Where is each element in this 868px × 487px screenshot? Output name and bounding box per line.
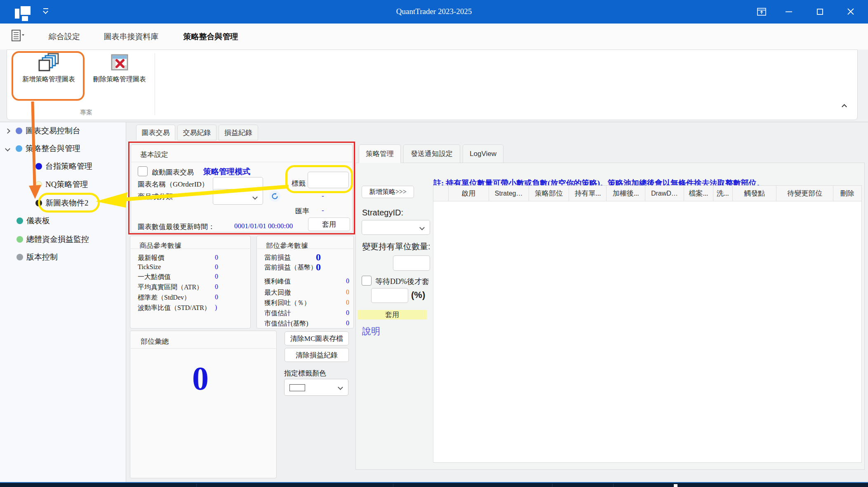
col-header[interactable] (433, 186, 449, 201)
status-dot-icon (35, 181, 42, 188)
rate-dash-value: - (322, 206, 324, 215)
clear-mc-chart-save-button[interactable]: 清除MC圖表存檔 (285, 331, 349, 345)
ref-value: 0 (346, 309, 349, 317)
col-header-delete[interactable]: 刪除 (833, 186, 861, 201)
delete-strategy-chart-button[interactable]: 刪除策略管理圖表 (85, 53, 154, 99)
app-window: QuantTrader 2023-2025 綜合設定 圖表串接資料庫 策略整合與… (0, 0, 868, 487)
menu-icon[interactable] (11, 29, 26, 43)
refresh-icon[interactable] (269, 191, 280, 202)
taskbar-indicator (674, 484, 677, 487)
col-header-enable[interactable]: 啟用 (449, 186, 489, 201)
sidebar-item-taiex-strategy[interactable]: 台指策略管理 (0, 159, 126, 173)
sidebar-item-label: 版本控制 (26, 252, 58, 262)
collapse-ribbon-icon[interactable] (839, 103, 852, 113)
wait-dd-checkbox[interactable] (362, 276, 372, 286)
tab-send-notification-settings[interactable]: 發送通知設定 (403, 144, 460, 163)
dd-percent-input[interactable] (371, 288, 408, 303)
enable-chart-trading-checkbox[interactable] (138, 166, 148, 176)
add-strategy-chart-button[interactable]: 新增策略管理圖表 (14, 53, 83, 99)
help-link[interactable]: 說明 (362, 325, 380, 338)
tab-logview[interactable]: LogView (463, 144, 503, 163)
change-units-label: 變更持有單位數量: (362, 241, 430, 252)
chart-name-label: 圖表名稱（GOrderID） (138, 180, 209, 189)
tag-color-select[interactable] (284, 379, 348, 396)
ribbon-display-options-icon[interactable] (752, 3, 771, 20)
status-dot-icon (16, 236, 23, 243)
sidebar-item-label: NQ策略管理 (45, 179, 88, 190)
panel-title: 部位彙總 (141, 337, 169, 346)
sidebar-item-label: 策略整合與管理 (26, 143, 80, 154)
ref-label: 當前損益 (264, 253, 291, 262)
chevron-down-icon[interactable] (5, 146, 10, 151)
ref-label: 平均真實區間（ATR） (138, 283, 203, 292)
ref-value: 0 (215, 254, 218, 261)
apply-strategy-button[interactable]: 套用 (358, 310, 427, 319)
table-body[interactable] (433, 201, 862, 463)
col-header-strategy-position[interactable]: 策略部位 (529, 186, 569, 201)
add-strategy-button[interactable]: 新增策略>>> (362, 186, 414, 198)
sidebar-item-new-chart-object-2[interactable]: 新圖表物件2 (0, 196, 126, 210)
percent-label: (%) (411, 290, 425, 300)
ref-value: 0 (215, 273, 218, 280)
ref-value: 0 (346, 299, 349, 306)
tag-input[interactable] (308, 172, 349, 188)
product-category-label: 商品或分類 (138, 192, 173, 201)
panel-title: 部位參考數據 (266, 241, 308, 251)
status-dot-icon (35, 163, 42, 170)
col-header-trigger[interactable]: 觸發點 (733, 186, 777, 201)
sidebar-item-version-control[interactable]: 版本控制 (0, 250, 126, 264)
change-units-input[interactable] (393, 255, 430, 271)
col-header-held-units[interactable]: 持有單... (569, 186, 607, 201)
chevron-down-icon (419, 225, 425, 230)
panel-title: 基本設定 (140, 150, 168, 159)
col-header-wash[interactable]: 洗... (713, 186, 733, 201)
status-dot-icon (16, 254, 23, 260)
tab-chart-trading[interactable]: 圖表交易 (136, 125, 175, 140)
maximize-button[interactable] (810, 3, 829, 20)
minimize-button[interactable] (779, 3, 798, 20)
ref-label: 波動率比值（STD/ATR） (138, 304, 211, 312)
position-summary-panel: 部位彙總 0 (130, 331, 277, 478)
sidebar-item-label: 新圖表物件2 (45, 198, 89, 208)
sidebar-item-dashboard[interactable]: 儀表板 (0, 214, 126, 228)
col-header-strategy[interactable]: Strateg… (489, 186, 529, 201)
product-category-select[interactable] (213, 189, 263, 205)
status-dot-icon (16, 217, 23, 224)
sidebar-tree: 圖表交易控制台 策略整合與管理 台指策略管理 NQ策略管理 新圖表物件2 儀表板… (0, 122, 126, 482)
tab-pnl-records[interactable]: 損益紀錄 (219, 125, 258, 140)
ref-label: 獲利峰值 (264, 277, 291, 286)
ribbon-tab-general-settings[interactable]: 綜合設定 (42, 29, 86, 44)
ref-value: 0 (316, 252, 321, 263)
ref-value: ) (215, 304, 217, 311)
color-swatch (289, 384, 305, 391)
ref-value: 0 (215, 263, 218, 271)
title-bar: QuantTrader 2023-2025 (0, 0, 868, 24)
col-header-drawdown[interactable]: DrawD… (645, 186, 684, 201)
exchange-rate-label: 匯率 (295, 206, 309, 216)
ref-value: 0 (215, 283, 218, 291)
chevron-right-icon[interactable] (5, 128, 10, 134)
apply-basic-button[interactable]: 套用 (308, 217, 350, 231)
tag-label: 標籤 (292, 179, 306, 188)
chevron-down-icon (338, 385, 343, 390)
tab-strategy-management[interactable]: 策略管理 (359, 144, 401, 163)
ribbon-tab-strategy-management[interactable]: 策略整合與管理 (175, 29, 246, 44)
product-dash-value: - (322, 192, 324, 200)
chevron-down-icon (252, 194, 258, 200)
close-button[interactable] (841, 3, 860, 20)
table-header-row: 啟用 Strateg… 策略部位 持有單... 加權後... DrawD… 檔案… (433, 185, 862, 201)
ribbon-group-divider (155, 53, 155, 115)
col-header-file[interactable]: 檔案... (684, 186, 713, 201)
ref-label: 最大回撤 (264, 288, 291, 297)
col-header-weighted[interactable]: 加權後... (607, 186, 645, 201)
col-header-pending-change[interactable]: 待變更部位 (776, 186, 833, 201)
sidebar-item-strategy-management[interactable]: 策略整合與管理 (0, 142, 126, 156)
ribbon-tab-chart-database[interactable]: 圖表串接資料庫 (96, 29, 166, 44)
tab-trade-records[interactable]: 交易紀錄 (177, 125, 216, 140)
strategy-id-select[interactable] (362, 220, 430, 235)
clear-pnl-records-button[interactable]: 清除損益紀錄 (285, 348, 349, 362)
sidebar-item-total-capital-pnl-monitor[interactable]: 總體資金損益監控 (0, 232, 126, 246)
sidebar-item-chart-trading-console[interactable]: 圖表交易控制台 (0, 124, 126, 138)
ref-label: 最新報價 (138, 254, 164, 262)
sidebar-item-nq-strategy[interactable]: NQ策略管理 (0, 177, 126, 191)
